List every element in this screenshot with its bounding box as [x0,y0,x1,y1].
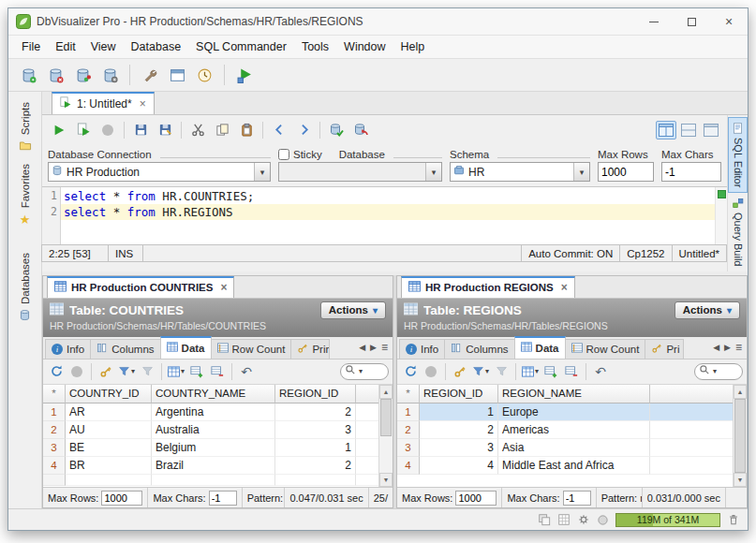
max-chars-input[interactable] [209,491,237,506]
undo-icon[interactable]: ↶ [591,361,610,381]
stop-icon[interactable] [422,361,440,381]
cell[interactable]: AR [66,404,152,421]
menu-window[interactable]: Window [336,37,393,56]
scroll-tabs-right-icon[interactable]: ▶ [369,342,378,353]
row-number[interactable]: 2 [43,421,66,439]
max-rows-input[interactable] [598,162,654,182]
sidebar-tab-scripts[interactable]: Scripts [8,95,41,157]
filter-clear-icon[interactable] [138,361,156,381]
cell[interactable]: Australia [152,421,275,439]
cell[interactable]: Belgium [152,439,275,457]
grid-row[interactable]: 3 3 Asia [397,439,733,457]
column-header-country-id[interactable]: COUNTRY_ID [66,385,152,404]
scroll-up-icon[interactable]: ▲ [379,385,393,399]
cell[interactable]: Americas [498,421,650,439]
database-combo[interactable]: ▾ [278,162,442,182]
scrollbar-thumb[interactable] [380,399,392,436]
grid-row-selected[interactable]: 1 1 Europe [397,404,733,421]
cell[interactable]: 2 [275,457,356,475]
tab-row-count[interactable]: Row Count [565,339,646,359]
tab-sql-editor[interactable]: SQL Editor [728,117,748,193]
tab-data[interactable]: Data [160,336,212,359]
grid-row[interactable]: 3 BE Belgium 1 [43,439,378,457]
cell[interactable]: BE [66,439,152,457]
close-tab-icon[interactable]: × [220,281,227,294]
max-chars-input[interactable] [661,162,721,182]
rollback-icon[interactable] [349,119,372,141]
table-options-icon[interactable]: ▾ [521,361,540,381]
tab-data[interactable]: Data [514,336,566,359]
close-button[interactable]: × [710,8,748,35]
scroll-down-icon[interactable]: ▼ [379,473,393,487]
windows-indicator-icon[interactable] [538,513,551,526]
row-number[interactable]: 1 [43,404,66,421]
script-tab-untitled[interactable]: 1: Untitled* × [52,92,155,114]
cell[interactable]: 2 [420,421,498,439]
grid-row[interactable]: 4 BR Brazil 2 [43,457,378,475]
close-tab-icon[interactable]: × [140,97,146,110]
grid-row[interactable]: 2 AU Australia 3 [43,421,378,439]
cell[interactable]: 4 [420,457,498,475]
connect-database-icon[interactable] [16,63,40,87]
cut-icon[interactable] [186,119,209,141]
cell[interactable]: Brazil [152,457,275,475]
tab-row-count[interactable]: Row Count [211,339,292,359]
grid-corner[interactable]: * [43,385,66,404]
row-number[interactable]: 3 [43,439,66,457]
scroll-up-icon[interactable]: ▲ [734,385,747,399]
cell[interactable]: 3 [420,439,498,457]
driver-manager-icon[interactable] [70,63,95,87]
max-rows-input[interactable] [455,491,497,506]
vertical-scrollbar[interactable]: ▲ ▼ [378,385,393,487]
row-number[interactable]: 4 [397,457,420,475]
reload-icon[interactable] [401,361,420,381]
column-header-country-name[interactable]: COUNTRY_NAME [152,385,275,404]
filter-icon[interactable]: ▾ [117,361,136,381]
scroll-tabs-left-icon[interactable]: ◀ [358,342,366,353]
stop-icon[interactable] [96,119,119,141]
chevron-down-icon[interactable]: ▾ [425,163,441,181]
scroll-down-icon[interactable]: ▼ [734,473,747,487]
stop-icon[interactable] [67,361,86,381]
execute-icon[interactable] [48,119,70,141]
actions-button[interactable]: Actions ▾ [674,301,740,319]
reload-icon[interactable] [47,361,66,381]
maximize-button[interactable] [673,8,710,35]
tab-columns[interactable]: Columns [444,339,514,359]
grid-corner[interactable]: * [397,385,420,404]
menu-database[interactable]: Database [124,37,189,56]
tab-list-icon[interactable]: ≡ [734,340,743,355]
menu-tools[interactable]: Tools [294,37,336,56]
cell[interactable]: Asia [498,439,650,457]
key-icon[interactable] [96,361,115,381]
activity-indicator-icon[interactable] [597,514,609,526]
scroll-tabs-left-icon[interactable]: ◀ [712,342,720,353]
filter-icon[interactable]: ▾ [471,361,490,381]
close-tab-icon[interactable]: × [561,281,568,294]
grid-row[interactable]: 4 4 Middle East and Africa [397,457,733,475]
column-header-region-name[interactable]: REGION_NAME [498,385,650,404]
cell[interactable]: 2 [275,404,356,421]
column-header-region-id[interactable]: REGION_ID [420,385,498,404]
menu-view[interactable]: View [83,37,124,56]
cell[interactable]: BR [66,457,152,475]
table-options-icon[interactable]: ▾ [167,361,185,381]
copy-icon[interactable] [211,119,233,141]
undo-icon[interactable]: ↶ [237,361,256,381]
row-number[interactable]: 3 [397,439,420,457]
tab-primary-key[interactable]: Pri [645,339,684,359]
grid-row-clipped[interactable] [43,475,378,486]
encoding-status[interactable]: Cp1252 [619,244,672,262]
trash-icon[interactable] [727,513,740,526]
layout-split-icon[interactable] [656,121,676,139]
scroll-tabs-right-icon[interactable]: ▶ [723,342,732,353]
grid-search-box[interactable]: ▾ [340,363,389,380]
filter-clear-icon[interactable] [492,361,511,381]
commit-icon[interactable] [325,119,348,141]
tab-query-builder[interactable]: Query Build [728,193,748,271]
tab-info[interactable]: i Info [399,339,445,359]
schema-combo[interactable]: HR ▾ [450,162,590,182]
insert-row-icon[interactable] [187,361,206,381]
sidebar-tab-favorites[interactable]: Favorites ★ [8,157,41,233]
vertical-scrollbar[interactable]: ▲ ▼ [733,385,747,487]
